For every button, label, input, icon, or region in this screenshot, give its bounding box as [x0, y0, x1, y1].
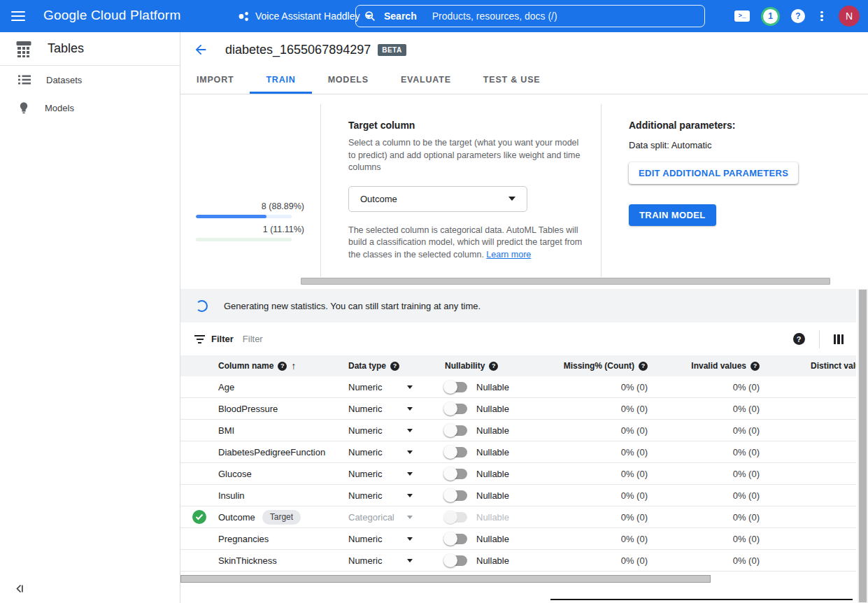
nullable-toggle[interactable] — [445, 447, 467, 457]
scrollbar-thumb[interactable] — [859, 290, 867, 602]
header-column-name[interactable]: Column name?↑ — [218, 360, 348, 371]
chevron-down-icon — [407, 429, 413, 432]
header-missing[interactable]: Missing% (Count)? — [564, 361, 655, 371]
header-label: Nullability — [445, 361, 485, 371]
header-distinct[interactable]: Distinct values — [767, 361, 856, 371]
table-header-row: Column name?↑ Data type? Nullability? Mi… — [180, 355, 856, 376]
tab-test-use[interactable]: TEST & USE — [467, 67, 557, 94]
column-settings-icon[interactable] — [834, 334, 844, 344]
data-type-value: Numeric — [348, 404, 382, 414]
collapse-sidebar-icon[interactable] — [13, 582, 26, 597]
chevron-down-icon — [508, 197, 515, 201]
data-type-select[interactable]: Numeric — [348, 404, 445, 414]
train-panel: 8 (88.89%) 1 (11.11%) Target column Sele… — [180, 95, 868, 289]
edit-additional-parameters-button[interactable]: EDIT ADDITIONAL PARAMETERS — [629, 162, 798, 184]
nullable-toggle[interactable] — [445, 425, 467, 436]
tab-import[interactable]: IMPORT — [180, 67, 250, 94]
nullable-label: Nullable — [476, 469, 509, 479]
missing-value: 0% (0) — [564, 382, 655, 392]
help-icon[interactable]: ? — [793, 333, 805, 345]
target-column-selected-value: Outcome — [360, 194, 508, 204]
notifications-badge[interactable]: 1 — [763, 9, 778, 24]
column-name: BMI — [218, 425, 234, 436]
distribution-label: 1 (11.11%) — [196, 225, 304, 234]
tab-bar: IMPORT TRAIN MODELS EVALUATE TEST & USE — [180, 67, 868, 94]
table-row: DiabetesPedigreeFunction Numeric Nullabl… — [180, 441, 856, 463]
data-type-select[interactable]: Numeric — [348, 555, 445, 566]
beta-badge: BETA — [378, 44, 406, 56]
invalid-value: 0% (0) — [655, 404, 767, 414]
header-label: Distinct values — [811, 361, 856, 371]
data-type-select[interactable]: Numeric — [348, 534, 445, 544]
search-input[interactable]: Search Products, resources, docs (/) — [355, 5, 705, 27]
table-row: Pregnancies Numeric Nullable 0% (0) 0% (… — [180, 528, 856, 550]
filter-input[interactable]: Filter — [243, 334, 793, 344]
tables-product-icon — [14, 39, 34, 59]
filter-icon — [194, 335, 205, 343]
help-icon[interactable]: ? — [278, 362, 287, 371]
invalid-value: 0% (0) — [655, 425, 767, 436]
header-label: Missing% (Count) — [564, 361, 634, 371]
header-nullability[interactable]: Nullability? — [445, 361, 564, 371]
help-icon[interactable]: ? — [489, 362, 498, 371]
column-name: BloodPressure — [218, 404, 278, 414]
train-model-button[interactable]: TRAIN MODEL — [629, 204, 716, 226]
cloud-shell-icon[interactable]: >_ — [734, 10, 750, 22]
note-text: The selected column is categorical data.… — [348, 225, 582, 260]
data-split-value: Data split: Automatic — [629, 140, 860, 150]
help-icon[interactable]: ? — [639, 362, 648, 371]
tab-train[interactable]: TRAIN — [250, 67, 311, 94]
target-column-select[interactable]: Outcome — [348, 186, 527, 212]
nullable-toggle[interactable] — [445, 469, 467, 479]
sidebar-item-models[interactable]: Models — [0, 94, 180, 122]
target-column-note: The selected column is categorical data.… — [348, 225, 586, 262]
data-type-select[interactable]: Numeric — [348, 490, 445, 501]
more-options-icon[interactable] — [817, 10, 827, 22]
data-type-select[interactable]: Numeric — [348, 382, 445, 392]
data-type-select[interactable]: Numeric — [348, 447, 445, 457]
nullable-toggle[interactable] — [445, 534, 467, 544]
topbar: Google Cloud Platform Voice Assistant Ha… — [0, 0, 868, 32]
header-data-type[interactable]: Data type? — [348, 361, 445, 371]
help-icon[interactable]: ? — [791, 9, 805, 23]
horizontal-scrollbar-bottom[interactable] — [180, 575, 711, 583]
target-check-icon — [192, 510, 206, 524]
distribution-label: 8 (88.89%) — [196, 201, 304, 211]
nullable-toggle[interactable] — [445, 382, 467, 392]
nullable-toggle[interactable] — [445, 555, 467, 566]
invalid-value: 0% (0) — [655, 382, 767, 392]
table-row: BMI Numeric Nullable 0% (0) 0% (0) — [180, 420, 856, 441]
panel-divider — [320, 104, 321, 277]
avatar[interactable]: N — [839, 6, 860, 27]
column-name: DiabetesPedigreeFunction — [218, 447, 325, 457]
page-header: diabetes_1655067894297 BETA — [180, 32, 868, 67]
menu-icon[interactable] — [11, 10, 25, 22]
data-type-select[interactable]: Numeric — [348, 425, 445, 436]
chevron-down-icon — [407, 494, 413, 497]
chevron-down-icon — [407, 407, 413, 411]
sidebar-product-header[interactable]: Tables — [0, 32, 180, 66]
table-row-target: OutcomeTarget Categorical Nullable 0% (0… — [180, 506, 856, 528]
nullable-label: Nullable — [476, 490, 509, 501]
help-icon[interactable]: ? — [750, 362, 760, 371]
back-arrow-icon[interactable] — [192, 41, 210, 59]
tab-models[interactable]: MODELS — [312, 67, 385, 94]
learn-more-link[interactable]: Learn more — [486, 250, 531, 260]
panel-divider — [601, 104, 602, 277]
vertical-scrollbar[interactable] — [858, 289, 868, 603]
nullable-toggle[interactable] — [445, 404, 467, 414]
table-row: Insulin Numeric Nullable 0% (0) 0% (0) — [180, 485, 856, 506]
data-type-value: Numeric — [348, 490, 382, 501]
sort-ascending-icon[interactable]: ↑ — [291, 360, 296, 371]
horizontal-scrollbar[interactable] — [301, 278, 830, 285]
tab-evaluate[interactable]: EVALUATE — [385, 67, 467, 94]
header-invalid[interactable]: Invalid values? — [655, 361, 767, 371]
help-icon[interactable]: ? — [390, 362, 399, 371]
nullable-label: Nullable — [476, 447, 509, 457]
search-label: Search — [384, 10, 417, 22]
invalid-value: 0% (0) — [655, 555, 767, 566]
nullable-toggle[interactable] — [445, 490, 467, 501]
sidebar-item-datasets[interactable]: Datasets — [0, 66, 180, 94]
project-selector[interactable]: Voice Assistant Haddley — [238, 8, 372, 24]
data-type-select[interactable]: Numeric — [348, 469, 445, 479]
